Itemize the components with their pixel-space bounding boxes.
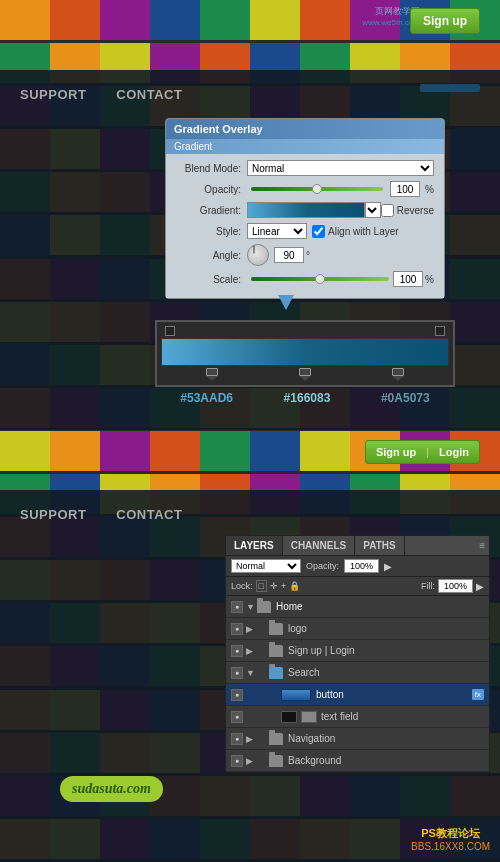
gradient-dropdown[interactable] <box>365 202 381 218</box>
stop-bottom-left[interactable] <box>206 368 218 381</box>
expand-signup[interactable]: ▶ <box>246 646 254 656</box>
layer-background[interactable]: ● ▶ Background <box>226 750 489 772</box>
fill-input[interactable] <box>438 579 473 593</box>
lock-label: Lock: <box>231 581 253 591</box>
visibility-textfield[interactable]: ● <box>231 711 243 723</box>
scale-unit: % <box>425 274 434 285</box>
folder-home <box>257 601 271 613</box>
signup-button-top[interactable]: Sign up <box>410 8 480 34</box>
lock-move-icon[interactable]: ✛ <box>270 581 278 591</box>
layer-name-logo: logo <box>288 623 484 634</box>
logo-text[interactable]: sudasuta.com <box>60 776 163 802</box>
dialog-subtitle: Gradient <box>166 139 444 154</box>
logo-area: sudasuta.com <box>60 776 163 802</box>
layer-textfield[interactable]: ● text field <box>226 706 489 728</box>
layers-tabs: LAYERS CHANNELS PATHS ≡ <box>226 536 489 556</box>
lock-position-icon[interactable]: □ <box>256 580 267 592</box>
stop-bottom-right[interactable] <box>392 368 404 381</box>
stop-top-right[interactable] <box>435 326 445 336</box>
layer-button[interactable]: ● button fx <box>226 684 489 706</box>
stop-bottom-mid[interactable] <box>299 368 311 381</box>
signup-button-2[interactable]: Sign up <box>366 441 426 463</box>
folder-logo <box>269 623 283 635</box>
lock-all-icon[interactable]: + <box>281 581 286 591</box>
layer-name-button: button <box>316 689 469 700</box>
layers-lock-row: Lock: □ ✛ + 🔒 Fill: ▶ <box>226 577 489 596</box>
style-select[interactable]: Linear <box>247 223 307 239</box>
folder-background <box>269 755 283 767</box>
layer-home[interactable]: ● ▼ Home <box>226 596 489 618</box>
thumb-button <box>281 689 311 701</box>
opacity-label: Opacity: <box>176 184 241 195</box>
lock-paint-icon[interactable]: 🔒 <box>289 581 300 591</box>
nav-contact-2[interactable]: CONTACT <box>116 507 182 522</box>
opacity-ctrl-label: Opacity: <box>306 561 339 571</box>
scale-label: Scale: <box>176 274 241 285</box>
angle-line <box>254 245 255 253</box>
color-label-3: #0A5073 <box>381 391 430 405</box>
style-row: Style: Linear Align with Layer <box>176 223 434 239</box>
watermark-bbs: BBS.16XX8.COM <box>411 841 490 852</box>
tab-paths[interactable]: PATHS <box>355 536 404 555</box>
tab-channels[interactable]: CHANNELS <box>283 536 356 555</box>
visibility-background[interactable]: ● <box>231 755 243 767</box>
gradient-overlay-dialog: Gradient Overlay Gradient Blend Mode: No… <box>165 118 445 299</box>
expand-navigation[interactable]: ▶ <box>246 734 254 744</box>
opacity-ctrl-input[interactable] <box>344 559 379 573</box>
align-layer-label: Align with Layer <box>328 226 399 237</box>
visibility-home[interactable]: ● <box>231 601 243 613</box>
angle-input[interactable] <box>274 247 304 263</box>
blend-mode-row: Blend Mode: Normal <box>176 160 434 176</box>
nav-contact-1[interactable]: CONTACT <box>116 87 182 102</box>
navbar-1: SUPPORT CONTACT <box>0 70 500 118</box>
angle-knob[interactable] <box>247 244 269 266</box>
layer-name-signup: Sign up | Login <box>288 645 484 656</box>
layer-name-home: Home <box>276 601 484 612</box>
visibility-signup[interactable]: ● <box>231 645 243 657</box>
layer-name-navigation: Navigation <box>288 733 484 744</box>
layer-name-search: Search <box>288 667 484 678</box>
fill-arrow[interactable]: ▶ <box>476 581 484 592</box>
scale-input[interactable] <box>393 271 423 287</box>
opacity-slider[interactable] <box>251 187 383 191</box>
style-label: Style: <box>176 226 241 237</box>
layer-name-background: Background <box>288 755 484 766</box>
stop-top-left[interactable] <box>165 326 175 336</box>
angle-unit: ° <box>306 250 310 261</box>
tab-layers[interactable]: LAYERS <box>226 536 283 555</box>
folder-navigation <box>269 733 283 745</box>
nav-support-2[interactable]: SUPPORT <box>20 507 86 522</box>
visibility-button[interactable]: ● <box>231 689 243 701</box>
login-button[interactable]: Login <box>429 441 479 463</box>
blend-mode-select[interactable]: Normal <box>247 160 434 176</box>
color-labels: #53AAD6 #166083 #0A5073 <box>155 391 455 405</box>
visibility-logo[interactable]: ● <box>231 623 243 635</box>
scale-slider[interactable] <box>251 277 389 281</box>
visibility-search[interactable]: ● <box>231 667 243 679</box>
panel-menu-icon[interactable]: ≡ <box>475 536 489 555</box>
expand-logo[interactable]: ▶ <box>246 624 254 634</box>
opacity-input[interactable] <box>390 181 420 197</box>
layer-navigation[interactable]: ● ▶ Navigation <box>226 728 489 750</box>
reverse-checkbox[interactable] <box>381 204 394 217</box>
watermark-ps: PS教程论坛 <box>411 826 490 841</box>
gradient-bar[interactable] <box>161 338 449 366</box>
layer-signup[interactable]: ● ▶ Sign up | Login <box>226 640 489 662</box>
color-label-1: #53AAD6 <box>180 391 233 405</box>
bottom-watermark: PS教程论坛 BBS.16XX8.COM <box>411 826 490 852</box>
blend-mode-layers[interactable]: Normal <box>231 559 301 573</box>
angle-row: Angle: ° <box>176 244 434 266</box>
align-layer-checkbox[interactable] <box>312 225 325 238</box>
expand-home[interactable]: ▼ <box>246 602 254 612</box>
opacity-arrow[interactable]: ▶ <box>384 561 392 572</box>
visibility-navigation[interactable]: ● <box>231 733 243 745</box>
layer-search[interactable]: ● ▼ Search <box>226 662 489 684</box>
dialog-body: Blend Mode: Normal Opacity: % Gradient: … <box>166 154 444 298</box>
folder-signup <box>269 645 283 657</box>
folder-search <box>269 667 283 679</box>
expand-background[interactable]: ▶ <box>246 756 254 766</box>
expand-search[interactable]: ▼ <box>246 668 254 678</box>
nav-support-1[interactable]: SUPPORT <box>20 87 86 102</box>
layer-logo[interactable]: ● ▶ logo <box>226 618 489 640</box>
layers-mode-controls: Normal Opacity: ▶ <box>226 556 489 577</box>
